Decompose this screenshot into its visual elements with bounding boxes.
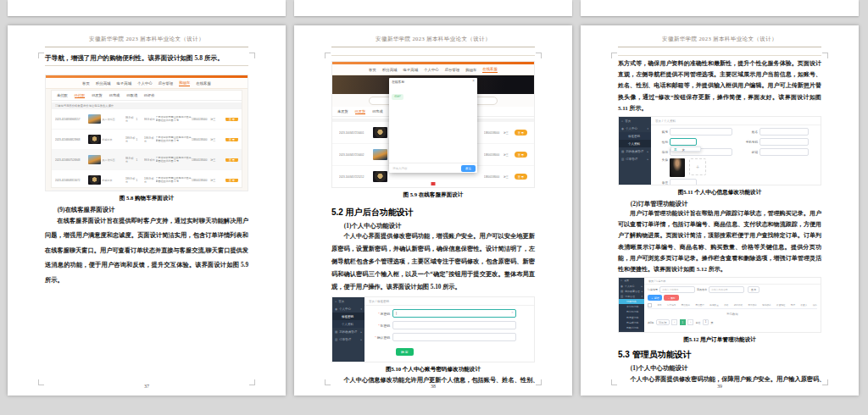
- sidebar-item-label: 首页: [624, 279, 629, 282]
- site-nav-item[interactable]: 个人中心: [424, 68, 439, 72]
- partial-page-above-2[interactable]: [294, 0, 572, 16]
- order-number-search-input[interactable]: 请输入订单编号: [659, 286, 695, 293]
- text-boundary-box: [331, 48, 535, 56]
- site-nav-item[interactable]: 电子商城: [116, 81, 131, 86]
- admin-sidebar-item[interactable]: 个人资料: [332, 320, 364, 328]
- admin-sidebar-item[interactable]: ▥ 订单管理 ▸: [332, 335, 364, 343]
- upload-avatar-button[interactable]: +: [689, 158, 706, 175]
- order-status-tab[interactable]: 已发货: [355, 109, 366, 114]
- admin-sidebar-item[interactable]: ▤ 我的收藏管理 ▸: [332, 328, 364, 335]
- order-status-tab[interactable]: 已评价: [144, 93, 155, 98]
- gender-select[interactable]: 男女: [670, 138, 697, 146]
- select-all-checkbox[interactable]: [648, 303, 652, 307]
- admin-sidebar-item[interactable]: ◉ 个人中心 ▾: [619, 125, 651, 132]
- chevron-icon: ▸: [641, 285, 643, 288]
- clear-icon[interactable]: ✕: [511, 311, 514, 314]
- view-order-button[interactable]: 查 看: [515, 152, 527, 158]
- partial-page-above-3[interactable]: [581, 0, 859, 16]
- document-page-39[interactable]: 安徽新华学院 2023 届本科毕业论文（设计） 系方式等，确保用户资料的准确性和…: [581, 25, 859, 396]
- chat-input[interactable]: 请输入内容: [391, 167, 459, 170]
- admin-sidebar-item[interactable]: 修改密码: [332, 313, 364, 320]
- order-status-tab[interactable]: 已取消: [126, 93, 137, 98]
- sidebar-item-icon: ⌂: [620, 279, 622, 282]
- price-cell: 199.9 积分: [125, 136, 136, 143]
- account-input[interactable]: [670, 128, 732, 136]
- cart-panel: 未付款已付款已发货已完成已取消已评价 订单编号商品价格数量总价地址电话收货人操作…: [51, 90, 242, 188]
- order-status-tab[interactable]: 未付款: [57, 93, 68, 98]
- order-status-tab[interactable]: 未发货: [337, 109, 348, 114]
- view-order-button[interactable]: 查 看: [225, 179, 238, 182]
- name-input[interactable]: [760, 128, 809, 136]
- site-nav-item[interactable]: 在线客服: [482, 67, 498, 73]
- partial-page-above-1[interactable]: [8, 0, 286, 16]
- remark-input[interactable]: [670, 179, 697, 185]
- chevron-icon: ▾: [641, 295, 643, 298]
- view-order-button[interactable]: 查 看: [225, 118, 238, 121]
- admin-sidebar-item[interactable]: ⌂ 首页: [332, 297, 364, 305]
- confirm-password-input[interactable]: [392, 333, 516, 341]
- chevron-icon: ▾: [647, 127, 648, 130]
- site-nav-item[interactable]: 首页: [369, 68, 376, 72]
- admin-sidebar-item[interactable]: 个人资料: [619, 140, 651, 147]
- cart-table: 2023-4156836968157 风景装饰画 99.9 积分 1 99.9 …: [52, 109, 242, 191]
- mobile-input[interactable]: [760, 138, 809, 146]
- site-nav-item[interactable]: 购物车: [179, 80, 190, 86]
- query-button[interactable]: 查询: [748, 286, 760, 293]
- site-nav-item[interactable]: 积分商城: [382, 68, 398, 72]
- order-status-tab[interactable]: 已完成: [372, 109, 383, 114]
- view-order-button[interactable]: 查 看: [515, 130, 527, 136]
- page-number: 37: [8, 384, 286, 389]
- site-nav-item[interactable]: 后台管理: [445, 68, 460, 72]
- sidebar-item-icon: ⌂: [621, 119, 623, 123]
- sidebar-item-icon: ◉: [620, 285, 623, 288]
- site-nav-item[interactable]: 在线客服: [196, 81, 211, 86]
- document-page-38[interactable]: 安徽新华学院 2023 届本科毕业论文（设计） 首页积分商城电子商城个人中心后台…: [294, 25, 572, 396]
- site-nav-item[interactable]: 个人中心: [137, 81, 153, 86]
- order-status-tab[interactable]: 已付款: [75, 93, 86, 98]
- view-order-button[interactable]: 查 看: [225, 158, 238, 162]
- new-password-input[interactable]: [392, 321, 516, 329]
- phone-cell: 13800138000: [192, 118, 210, 121]
- view-order-button[interactable]: 查 看: [515, 174, 527, 180]
- page-size-select[interactable]: 10条/页: [656, 319, 670, 325]
- admin-sidebar-item[interactable]: ⌂ 首页: [619, 117, 651, 125]
- site-nav-item[interactable]: 积分商城: [96, 81, 111, 86]
- field-label: 姓名: [739, 130, 758, 134]
- admin-sidebar-item[interactable]: ◉ 个人中心 ▾: [332, 305, 364, 313]
- site-nav-item[interactable]: 后台管理: [159, 81, 174, 86]
- site-nav-item[interactable]: 电子商城: [403, 68, 418, 72]
- order-status-tab[interactable]: 已完成: [109, 93, 120, 98]
- section-heading: 5.3 管理员功能设计: [618, 349, 821, 361]
- margin-mark-icon: [325, 53, 331, 58]
- gender-option[interactable]: 女: [680, 147, 688, 152]
- view-order-button[interactable]: 查 看: [225, 138, 238, 141]
- order-number: 2023-4156847526948: [55, 158, 88, 162]
- order-status-tab[interactable]: 已发货: [92, 93, 103, 98]
- old-password-input[interactable]: |✕: [392, 309, 516, 318]
- delete-button[interactable]: － 删除: [664, 295, 678, 301]
- confirm-button[interactable]: 确 定: [396, 348, 414, 356]
- figure-caption: 图 5.8 购物车界面设计: [45, 195, 248, 202]
- email-input[interactable]: [760, 148, 809, 156]
- chevron-icon: ▸: [642, 290, 643, 293]
- document-page-37[interactable]: 安徽新华学院 2023 届本科毕业论文（设计） 于导航，增强了用户的购物便利性。…: [8, 25, 286, 396]
- admin-sidebar-item[interactable]: 已取消订单: [619, 325, 644, 330]
- close-icon[interactable]: ×: [472, 80, 475, 84]
- admin-sidebar-item[interactable]: ▥ 订单管理 ▸: [619, 155, 651, 163]
- order-number: 2023-4156836968157: [55, 118, 88, 121]
- send-button[interactable]: 发送: [461, 165, 476, 172]
- site-nav-item[interactable]: 首页: [82, 81, 90, 86]
- admin-sidebar-item[interactable]: ▤ 我的收藏管理 ▸: [619, 147, 651, 155]
- goto-page-input[interactable]: 1: [703, 319, 709, 325]
- orders-column-header: 商品图片: [696, 303, 704, 307]
- next-page-button[interactable]: ›: [687, 319, 693, 325]
- admin-sidebar-item[interactable]: 修改密码: [619, 132, 651, 140]
- margin-mark-icon: [536, 53, 542, 58]
- chevron-icon: ▸: [647, 150, 648, 153]
- add-button[interactable]: ＋ 新增: [648, 295, 662, 301]
- current-page[interactable]: 1: [680, 319, 686, 325]
- prev-page-button[interactable]: ‹: [671, 319, 677, 325]
- site-nav-item[interactable]: 购物车: [465, 68, 476, 72]
- gender-option[interactable]: 男: [671, 147, 680, 152]
- product-name-search-input[interactable]: 请输入商品名称: [709, 286, 744, 293]
